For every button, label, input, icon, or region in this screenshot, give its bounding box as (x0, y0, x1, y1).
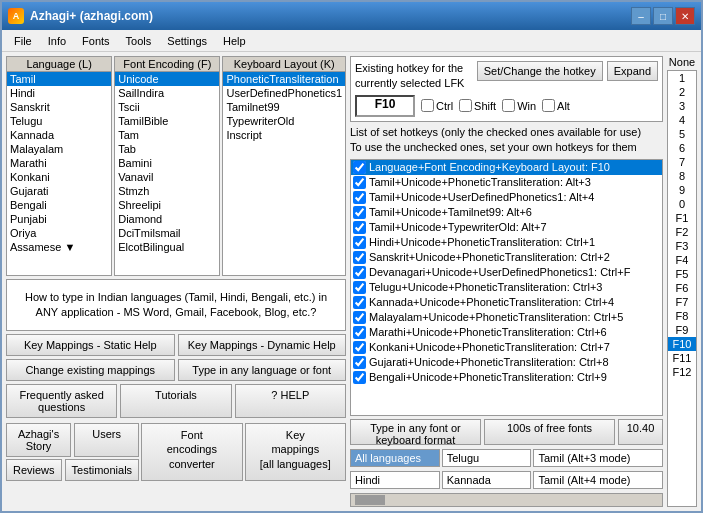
font-encoding-list[interactable]: Unicode SailIndira Tscii TamilBible Tam … (114, 71, 220, 276)
hotkeys-listbox[interactable]: Language+Font Encoding+Keyboard Layout: … (350, 159, 663, 416)
list-item[interactable]: Malayalam (7, 142, 111, 156)
hotkey-item[interactable]: Sanskrit+Unicode+PhoneticTransliteration… (351, 250, 662, 265)
scrollbar-thumb[interactable] (355, 495, 385, 505)
num-item[interactable]: 2 (668, 85, 696, 99)
alt-checkbox[interactable] (542, 99, 555, 112)
list-item[interactable]: TamilBible (115, 114, 219, 128)
list-item[interactable]: ElcotBilingual (115, 240, 219, 254)
type-any-language-button[interactable]: Type in any language or font (178, 359, 347, 381)
num-item[interactable]: 7 (668, 155, 696, 169)
change-mappings-button[interactable]: Change existing mappings (6, 359, 175, 381)
hotkey-item[interactable]: Tamil+Unicode+UserDefinedPhonetics1: Alt… (351, 190, 662, 205)
maximize-button[interactable]: □ (653, 7, 673, 25)
hotkey-input-display[interactable]: F10 (355, 95, 415, 117)
hotkey-checkbox[interactable] (353, 236, 366, 249)
hotkey-checkbox[interactable] (353, 371, 366, 384)
num-item[interactable]: 8 (668, 169, 696, 183)
num-item[interactable]: 9 (668, 183, 696, 197)
menu-tools[interactable]: Tools (118, 33, 160, 49)
status-hindi[interactable]: Hindi (350, 471, 440, 489)
hotkey-item[interactable]: Konkani+Unicode+PhoneticTransliteration:… (351, 340, 662, 355)
hotkey-checkbox[interactable] (353, 161, 366, 174)
hotkey-checkbox[interactable] (353, 356, 366, 369)
list-item[interactable]: Kannada (7, 128, 111, 142)
status-telugu[interactable]: Telugu (442, 449, 532, 467)
close-button[interactable]: ✕ (675, 7, 695, 25)
menu-help[interactable]: Help (215, 33, 254, 49)
hotkey-item[interactable]: Gujarati+Unicode+PhoneticTransliteration… (351, 355, 662, 370)
list-item[interactable]: Punjabi (7, 212, 111, 226)
list-item[interactable]: Diamond (115, 212, 219, 226)
num-item[interactable]: F2 (668, 225, 696, 239)
win-checkbox[interactable] (502, 99, 515, 112)
num-item[interactable]: F5 (668, 267, 696, 281)
faq-button[interactable]: Frequently asked questions (6, 384, 117, 418)
list-item[interactable]: Konkani (7, 170, 111, 184)
ctrl-checkbox[interactable] (421, 99, 434, 112)
list-item[interactable]: Bengali (7, 198, 111, 212)
status-tamil-alt3[interactable]: Tamil (Alt+3 mode) (533, 449, 663, 467)
list-item[interactable]: Gujarati (7, 184, 111, 198)
key-mappings-static-button[interactable]: Key Mappings - Static Help (6, 334, 175, 356)
language-list[interactable]: Tamil Hindi Sanskrit Telugu Kannada Mala… (6, 71, 112, 276)
num-item[interactable]: 6 (668, 141, 696, 155)
menu-file[interactable]: File (6, 33, 40, 49)
hotkey-checkbox[interactable] (353, 206, 366, 219)
hotkey-checkbox[interactable] (353, 296, 366, 309)
help-button[interactable]: ? HELP (235, 384, 346, 418)
set-hotkey-button[interactable]: Set/Change the hotkey (477, 61, 603, 81)
list-item[interactable]: Unicode (115, 72, 219, 86)
num-item[interactable]: F1 (668, 211, 696, 225)
num-item[interactable]: F11 (668, 351, 696, 365)
hotkey-item[interactable]: Kannada+Unicode+PhoneticTransliteration:… (351, 295, 662, 310)
expand-button[interactable]: Expand (607, 61, 658, 81)
num-item[interactable]: 3 (668, 99, 696, 113)
list-item[interactable]: Tamilnet99 (223, 100, 345, 114)
num-item[interactable]: F6 (668, 281, 696, 295)
list-item[interactable]: Shreelipi (115, 198, 219, 212)
hotkey-item[interactable]: Telugu+Unicode+PhoneticTransliteration: … (351, 280, 662, 295)
keyboard-layout-list[interactable]: PhoneticTransliteration UserDefinedPhone… (222, 71, 346, 276)
hotkey-checkbox[interactable] (353, 341, 366, 354)
hotkey-item[interactable]: Malayalam+Unicode+PhoneticTransliteratio… (351, 310, 662, 325)
reviews-button[interactable]: Reviews (6, 459, 62, 481)
minimize-button[interactable]: – (631, 7, 651, 25)
list-item[interactable]: Inscript (223, 128, 345, 142)
hotkey-item[interactable]: Devanagari+Unicode+UserDefinedPhonetics1… (351, 265, 662, 280)
horizontal-scrollbar[interactable] (350, 493, 663, 507)
list-item[interactable]: Assamese ▼ (7, 240, 111, 254)
list-item[interactable]: Stmzh (115, 184, 219, 198)
status-all-languages[interactable]: All languages (350, 449, 440, 467)
list-item[interactable]: SailIndira (115, 86, 219, 100)
list-item[interactable]: Sanskrit (7, 100, 111, 114)
users-button[interactable]: Users (74, 423, 139, 457)
status-tamil-alt4[interactable]: Tamil (Alt+4 mode) (533, 471, 663, 489)
hotkey-item[interactable]: Bengali+Unicode+PhoneticTransliteration:… (351, 370, 662, 385)
num-item[interactable]: F3 (668, 239, 696, 253)
menu-settings[interactable]: Settings (159, 33, 215, 49)
hotkey-checkbox[interactable] (353, 326, 366, 339)
type-font-button[interactable]: Type in any font or keyboard format (350, 419, 481, 445)
list-item[interactable]: Tscii (115, 100, 219, 114)
testimonials-button[interactable]: Testimonials (65, 459, 140, 481)
list-item[interactable]: Tam (115, 128, 219, 142)
key-mappings-dynamic-button[interactable]: Key Mappings - Dynamic Help (178, 334, 347, 356)
num-item[interactable]: F12 (668, 365, 696, 379)
list-item[interactable]: Tamil (7, 72, 111, 86)
shift-checkbox[interactable] (459, 99, 472, 112)
list-item[interactable]: Oriya (7, 226, 111, 240)
hotkey-checkbox[interactable] (353, 281, 366, 294)
hotkey-checkbox[interactable] (353, 221, 366, 234)
hotkey-item[interactable]: Marathi+Unicode+PhoneticTransliteration:… (351, 325, 662, 340)
num-item[interactable]: 0 (668, 197, 696, 211)
hotkey-item[interactable]: Hindi+Unicode+PhoneticTransliteration: C… (351, 235, 662, 250)
list-item[interactable]: Telugu (7, 114, 111, 128)
tutorials-button[interactable]: Tutorials (120, 384, 231, 418)
num-item-f10[interactable]: F10 (668, 337, 696, 351)
list-item[interactable]: Hindi (7, 86, 111, 100)
hotkey-checkbox[interactable] (353, 266, 366, 279)
hotkey-item[interactable]: Language+Font Encoding+Keyboard Layout: … (351, 160, 662, 175)
hotkey-checkbox[interactable] (353, 191, 366, 204)
hotkey-checkbox[interactable] (353, 251, 366, 264)
number-list[interactable]: 1 2 3 4 5 6 7 8 9 0 F1 F2 F3 F4 F5 F6 F7… (667, 70, 697, 507)
